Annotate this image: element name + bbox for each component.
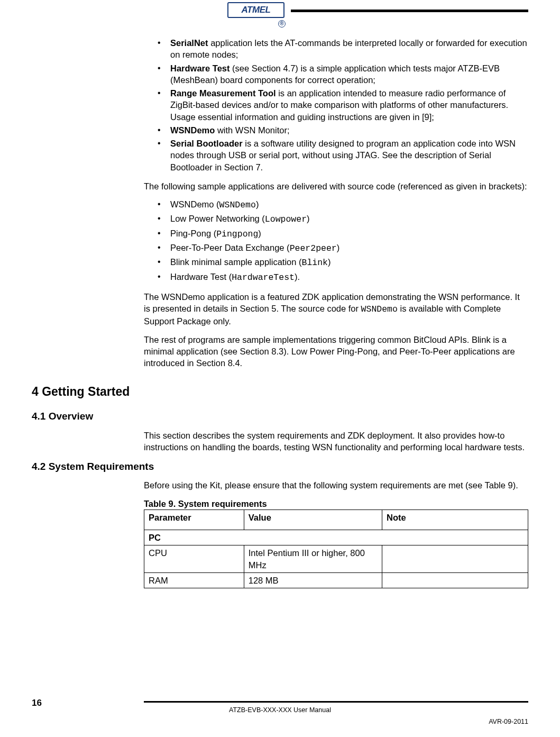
item-post: )	[256, 199, 259, 209]
logo-text: ATMEL	[227, 2, 284, 18]
item-pre: Blink minimal sample application (	[170, 257, 302, 267]
item-post: )	[307, 214, 310, 223]
list-item: Ping-Pong (Pingpong)	[155, 228, 528, 240]
list-item: Low Power Networking (Lowpower)	[155, 213, 528, 225]
footer-rule	[144, 701, 528, 703]
item-post: )	[258, 229, 261, 238]
item-pre: WSNDemo (	[170, 199, 219, 209]
item-post: )	[328, 257, 331, 267]
item-code: HardwareTest	[232, 272, 295, 283]
item-pre: Hardware Test (	[170, 272, 232, 281]
item-post: )	[337, 243, 340, 252]
section-4-2-title: 4.2 System Requirements	[32, 460, 528, 474]
item-code: Lowpower	[265, 214, 307, 224]
cell-value: Intel Pentium III or higher, 800 MHz	[244, 545, 382, 573]
list-item: Blink minimal sample application (Blink)	[155, 256, 528, 269]
item-pre: Ping-Pong (	[170, 229, 216, 238]
list-item: WSNDemo (WSNDemo)	[155, 198, 528, 211]
list-item: Range Measurement Tool is an application…	[155, 87, 528, 123]
text-code: WSNDemo	[361, 304, 398, 314]
item-post: ).	[295, 272, 300, 281]
footer-doc-code: AVR-09-2011	[489, 717, 528, 726]
table-9-caption: Table 9. System requirements	[144, 498, 528, 509]
item-code: Pingpong	[216, 229, 258, 239]
paragraph-wsndemo: The WSNDemo application is a featured ZD…	[144, 291, 528, 327]
item-code: WSNDemo	[219, 200, 256, 210]
item-pre: Low Power Networking (	[170, 214, 265, 223]
table-header-row: Parameter Value Note	[144, 509, 528, 530]
item-text: application lets the AT-commands be inte…	[170, 38, 527, 59]
item-title: SerialNet	[170, 38, 208, 48]
system-requirements-table: Parameter Value Note PC CPU Intel Pentiu…	[144, 509, 528, 588]
item-code: Blink	[302, 258, 328, 268]
table-row: PC	[144, 530, 528, 545]
cell-param: CPU	[144, 545, 244, 573]
cell-note	[382, 572, 528, 588]
col-note: Note	[382, 509, 528, 530]
section-4-1-para: This section describes the system requir…	[144, 430, 528, 453]
table-row: CPU Intel Pentium III or higher, 800 MHz	[144, 545, 528, 573]
item-title: Hardware Test	[170, 63, 230, 73]
paragraph-sample-intro: The following sample applications are de…	[144, 180, 528, 192]
item-pre: Peer-To-Peer Data Exchange (	[170, 243, 290, 252]
list-item: SerialNet application lets the AT-comman…	[155, 37, 528, 61]
list-item: Hardware Test (HardwareTest).	[155, 271, 528, 284]
page-content: SerialNet application lets the AT-comman…	[144, 37, 528, 588]
footer-manual-title: ATZB-EVB-XXX-XXX User Manual	[0, 706, 560, 715]
list-item: Peer-To-Peer Data Exchange (Peer2peer)	[155, 242, 528, 254]
cell-value: 128 MB	[244, 572, 382, 588]
header-rule	[291, 10, 528, 12]
table-row: RAM 128 MB	[144, 572, 528, 588]
page-header: ATMEL ®	[32, 0, 528, 32]
atmel-logo: ATMEL ®	[227, 2, 284, 22]
cell-param: RAM	[144, 572, 244, 588]
feature-bullet-list: SerialNet application lets the AT-comman…	[155, 37, 528, 173]
section-4-1-title: 4.1 Overview	[32, 410, 528, 423]
section-4-2-para: Before using the Kit, please ensure that…	[144, 479, 528, 491]
list-item: Serial Bootloader is a software utility …	[155, 138, 528, 173]
cell-note	[382, 545, 528, 573]
item-title: Serial Bootloader	[170, 139, 243, 148]
col-value: Value	[244, 509, 382, 530]
list-item: Hardware Test (see Section 4.7) is a sim…	[155, 62, 528, 86]
item-code: Peer2peer	[290, 243, 337, 253]
list-item: WSNDemo with WSN Monitor;	[155, 124, 528, 136]
item-title: Range Measurement Tool	[170, 88, 276, 98]
item-text: with WSN Monitor;	[215, 125, 289, 135]
col-parameter: Parameter	[144, 509, 244, 530]
paragraph-rest: The rest of programs are sample implemen…	[144, 334, 528, 369]
sample-app-list: WSNDemo (WSNDemo) Low Power Networking (…	[155, 198, 528, 284]
cell-pc: PC	[144, 530, 528, 545]
registered-icon: ®	[278, 20, 286, 28]
section-4-title: 4 Getting Started	[32, 384, 528, 400]
item-title: WSNDemo	[170, 125, 215, 135]
